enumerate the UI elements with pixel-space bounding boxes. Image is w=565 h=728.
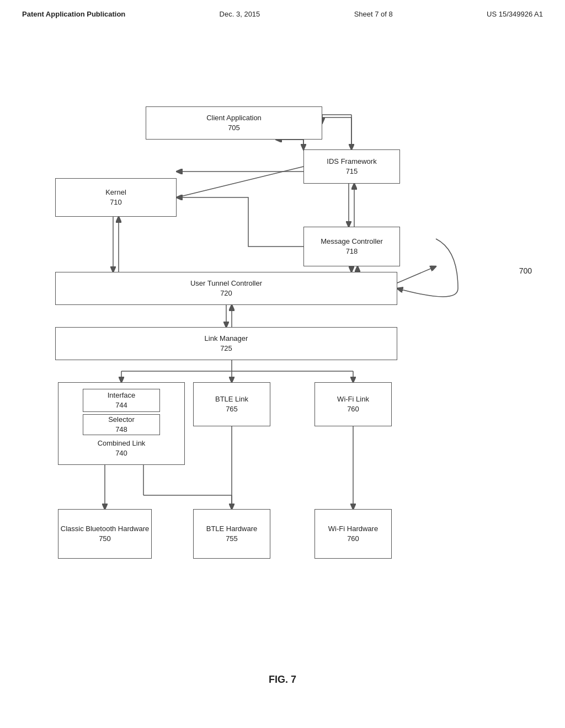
kernel-num: 710 xyxy=(110,197,122,207)
client-app-num: 705 xyxy=(228,123,240,133)
ids-framework-label: IDS Framework xyxy=(327,157,376,167)
utc-label: User Tunnel Controller xyxy=(190,279,262,288)
ids-framework-num: 715 xyxy=(346,167,358,176)
btle-hw-label: BTLE Hardware xyxy=(206,524,257,534)
wifi-hw-num: 760 xyxy=(347,534,359,544)
page-header: Patent Application Publication Dec. 3, 2… xyxy=(0,0,565,24)
btle-link-box: BTLE Link 765 xyxy=(193,382,270,426)
btle-hw-box: BTLE Hardware 755 xyxy=(193,509,270,559)
label-700: 700 xyxy=(519,266,532,275)
kernel-label: Kernel xyxy=(105,188,126,197)
classic-bt-hw-box: Classic Bluetooth Hardware 750 xyxy=(58,509,152,559)
combined-link-num: 740 xyxy=(115,448,127,458)
classic-bt-hw-label: Classic Bluetooth Hardware xyxy=(61,524,149,534)
wifi-hw-box: Wi-Fi Hardware 760 xyxy=(315,509,392,559)
client-app-label: Client Application xyxy=(206,113,262,123)
link-manager-box: Link Manager 725 xyxy=(55,327,397,360)
header-sheet: Sheet 7 of 8 xyxy=(354,10,393,18)
mc-num: 718 xyxy=(346,247,358,256)
svg-line-18 xyxy=(397,266,436,283)
ids-framework-box: IDS Framework 715 xyxy=(303,149,400,184)
selector-num: 748 xyxy=(115,425,127,435)
combined-link-label: Combined Link xyxy=(98,438,146,448)
figure-label: FIG. 7 xyxy=(269,674,296,686)
header-date: Dec. 3, 2015 xyxy=(220,10,260,18)
wifi-hw-label: Wi-Fi Hardware xyxy=(328,524,378,534)
wifi-link-label: Wi-Fi Link xyxy=(337,394,369,404)
utc-num: 720 xyxy=(220,288,232,298)
selector-label: Selector xyxy=(108,415,135,425)
mc-label: Message Controller xyxy=(321,237,383,247)
classic-bt-hw-num: 750 xyxy=(99,534,111,544)
selector-box: Selector 748 xyxy=(83,414,160,435)
interface-box: Interface 744 xyxy=(83,389,160,412)
interface-num: 744 xyxy=(115,400,127,410)
btle-link-label: BTLE Link xyxy=(215,394,248,404)
svg-line-11 xyxy=(177,167,303,197)
header-patent: US 15/349926 A1 xyxy=(487,10,543,18)
kernel-box: Kernel 710 xyxy=(55,178,177,217)
wifi-link-num: 760 xyxy=(347,404,359,414)
header-publication: Patent Application Publication xyxy=(22,10,125,18)
diagram-container: Client Application 705 IDS Framework 715… xyxy=(0,29,565,702)
wifi-link-box: Wi-Fi Link 760 xyxy=(315,382,392,426)
lm-num: 725 xyxy=(220,344,232,354)
lm-label: Link Manager xyxy=(205,334,248,344)
patent-page: Patent Application Publication Dec. 3, 2… xyxy=(0,0,565,728)
client-app-box: Client Application 705 xyxy=(146,106,322,140)
btle-link-num: 765 xyxy=(226,404,238,414)
message-controller-box: Message Controller 718 xyxy=(303,227,400,266)
interface-label: Interface xyxy=(108,390,136,400)
btle-hw-num: 755 xyxy=(226,534,238,544)
user-tunnel-controller-box: User Tunnel Controller 720 xyxy=(55,272,397,305)
combined-link-box: Interface 744 Selector 748 Combined Link… xyxy=(58,382,185,465)
